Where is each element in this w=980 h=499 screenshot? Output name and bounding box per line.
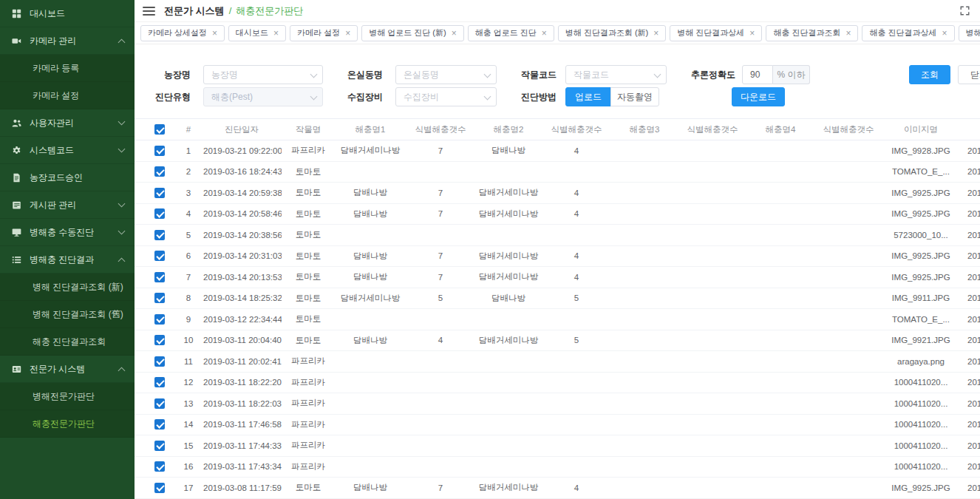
row-checkbox[interactable] — [154, 483, 165, 493]
sidebar-item-label: 사용자관리 — [30, 117, 74, 129]
table-cell: 9 — [175, 315, 202, 324]
device-select[interactable] — [395, 87, 497, 106]
sidebar-item-camera-mgmt[interactable]: 카메라 관리 — [0, 27, 135, 55]
farm-name-input[interactable] — [203, 65, 323, 84]
tab-close-icon[interactable]: × — [273, 29, 279, 38]
table-row: 102019-03-11 20:04:40토마토담배나방4담배거세미나방5IMG… — [135, 330, 980, 352]
row-checkbox[interactable] — [154, 208, 165, 219]
row-checkbox[interactable] — [154, 188, 165, 198]
row-checkbox[interactable] — [154, 377, 165, 387]
farm-name-select[interactable] — [203, 65, 323, 84]
search-button[interactable]: 조회 — [909, 65, 950, 84]
row-checkbox[interactable] — [154, 146, 165, 156]
greenhouse-select[interactable] — [395, 65, 497, 84]
table-cell: 2019 — [959, 231, 980, 240]
tab-2[interactable]: 대시보드× — [228, 25, 286, 41]
table-cell: 2019-03-14 20:38:56 — [202, 231, 282, 240]
row-checkbox[interactable] — [154, 335, 165, 345]
tab-close-icon[interactable]: × — [452, 29, 457, 38]
diagnosis-type-select[interactable] — [203, 87, 323, 106]
row-checkbox[interactable] — [154, 441, 165, 451]
row-checkbox[interactable] — [154, 461, 165, 472]
table-body: 12019-03-21 09:22:00파프리카담배거세미나방7담배나방4IMG… — [135, 140, 980, 499]
table-cell: 담배거세미나방 — [475, 208, 542, 220]
sidebar-item-label: 해충 진단결과조회 — [33, 336, 106, 348]
row-checkbox[interactable] — [154, 272, 165, 282]
accuracy-input[interactable] — [742, 65, 773, 84]
table-cell: 1 — [175, 146, 202, 155]
row-checkbox[interactable] — [154, 251, 165, 261]
diagnosis-type-input[interactable] — [203, 87, 323, 106]
sidebar-item-diagnosis-results[interactable]: 병해충 진단결과 — [0, 246, 135, 274]
tab-5[interactable]: 해충 업로드 진단× — [468, 25, 554, 41]
tab-10[interactable]: 병해전문가판단× — [959, 25, 980, 41]
sidebar-item-label: 게시판 관리 — [30, 199, 76, 211]
tab-close-icon[interactable]: × — [749, 29, 755, 38]
table-cell: 2019 — [959, 420, 980, 429]
sidebar-item-expert-system[interactable]: 전문가 시스템 — [0, 356, 135, 383]
sidebar-item-disease-expert[interactable]: 병해전문가판단 — [0, 383, 135, 410]
close-button[interactable]: 닫기 — [958, 65, 980, 84]
tab-label: 해충 진단결과상세 — [869, 27, 936, 38]
tab-close-icon[interactable]: × — [845, 29, 851, 38]
sidebar-item-camera-settings[interactable]: 카메라 설정 — [0, 82, 135, 109]
download-button[interactable]: 다운로드 — [732, 87, 785, 106]
sidebar-item-board-mgmt[interactable]: 게시판 관리 — [0, 191, 135, 219]
row-checkbox[interactable] — [154, 314, 165, 325]
sidebar-item-farm-code-approval[interactable]: 농장코드승인 — [0, 164, 135, 191]
row-checkbox[interactable] — [154, 356, 165, 367]
select-all-checkbox[interactable] — [154, 124, 165, 135]
row-checkbox[interactable] — [154, 166, 165, 177]
tab-close-icon[interactable]: × — [345, 29, 350, 38]
table-row: 32019-03-14 20:59:38토마토담배나방7담배거세미나방4IMG_… — [135, 183, 980, 204]
main-area: 전문가 시스템 / 해충전문가판단 카메라 상세설정×대시보드×카메라 설정×병… — [135, 0, 980, 499]
tab-label: 병해전문가판단 — [966, 27, 980, 38]
tab-6[interactable]: 병해 진단결과조회 (新)× — [558, 25, 666, 41]
row-checkbox[interactable] — [154, 419, 165, 430]
sidebar-item-manual-diagnosis[interactable]: 병해충 수동진단 — [0, 219, 135, 246]
tab-close-icon[interactable]: × — [542, 29, 547, 38]
sidebar-item-pest-results[interactable]: 해충 진단결과조회 — [0, 328, 135, 356]
method-upload-button[interactable]: 업로드 — [565, 87, 611, 106]
tab-7[interactable]: 병해 진단결과상세× — [670, 25, 762, 41]
crop-code-label: 작물코드 — [508, 65, 557, 84]
sidebar-item-dashboard[interactable]: 대시보드 — [0, 0, 135, 27]
row-checkbox[interactable] — [154, 398, 165, 409]
tab-4[interactable]: 병해 업로드 진단 (新)× — [361, 25, 464, 41]
table-cell: 4 — [542, 273, 611, 282]
farm-name-label: 농장명 — [140, 65, 191, 84]
sidebar-item-pest-expert[interactable]: 해충전문가판단 — [0, 410, 135, 438]
menu-toggle-icon[interactable] — [143, 7, 155, 16]
sidebar-item-disease-results-new[interactable]: 병해 진단결과조회 (新) — [0, 274, 135, 301]
fullscreen-icon[interactable] — [960, 6, 970, 16]
breadcrumb: 전문가 시스템 / 해충전문가판단 — [164, 4, 303, 18]
accuracy-field[interactable] — [742, 65, 773, 84]
table-cell: 14 — [175, 420, 202, 429]
device-input[interactable] — [395, 87, 497, 106]
tab-close-icon[interactable]: × — [212, 29, 217, 38]
table-cell: 7 — [406, 189, 475, 197]
method-auto-button[interactable]: 자동촬영 — [610, 87, 659, 106]
table-cell: 토마토 — [282, 335, 335, 346]
table-cell: 담배거세미나방 — [475, 335, 542, 346]
row-checkbox[interactable] — [154, 293, 165, 303]
greenhouse-input[interactable] — [395, 65, 497, 84]
table-cell: 2019-03-11 17:43:34 — [202, 462, 282, 471]
crop-code-input[interactable] — [565, 65, 667, 84]
crop-code-select[interactable] — [565, 65, 667, 84]
sidebar-item-camera-register[interactable]: 카메라 등록 — [0, 55, 135, 82]
chevron-down-icon — [118, 227, 126, 234]
tab-9[interactable]: 해충 진단결과상세× — [862, 25, 954, 41]
sidebar-item-user-mgmt[interactable]: 사용자관리 — [0, 109, 135, 137]
tab-3[interactable]: 카메라 설정× — [290, 25, 358, 41]
row-checkbox-cell — [135, 188, 175, 198]
tab-1[interactable]: 카메라 상세설정× — [140, 25, 225, 41]
row-checkbox[interactable] — [154, 230, 165, 240]
tab-8[interactable]: 해충 진단결과조회× — [766, 25, 858, 41]
table-cell: 파프리카 — [282, 419, 335, 430]
tab-close-icon[interactable]: × — [653, 29, 659, 38]
tab-close-icon[interactable]: × — [942, 29, 947, 38]
table-row: 22019-03-16 18:24:43토마토TOMATO_E_...2019 — [135, 162, 980, 183]
sidebar-item-disease-results-old[interactable]: 병해 진단결과조회 (舊) — [0, 301, 135, 328]
sidebar-item-system-code[interactable]: 시스템코드 — [0, 137, 135, 164]
